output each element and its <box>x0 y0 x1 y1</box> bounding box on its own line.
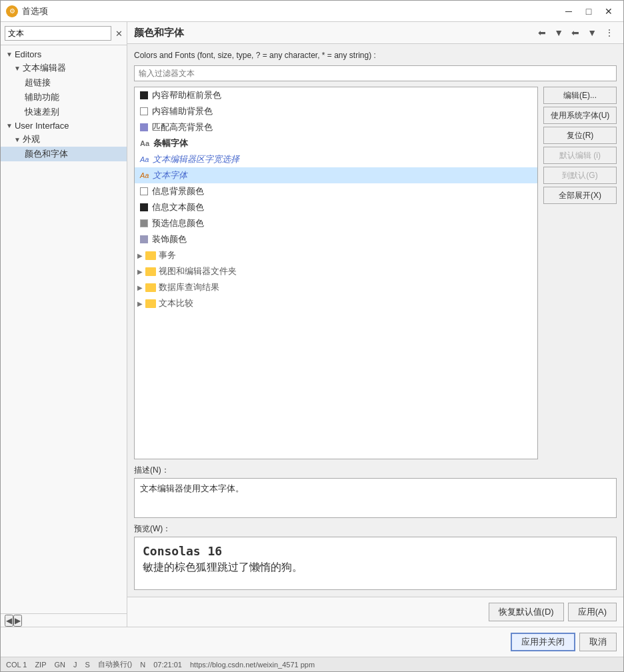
bottom-buttons-bar: 恢复默认值(D) 应用(A) <box>127 597 623 627</box>
dialog-bottom-bar: 应用并关闭 取消 <box>1 627 623 657</box>
search-box: ✕ <box>1 22 127 45</box>
action-buttons: 编辑(E)... 使用系统字体(U) 复位(R) 默认编辑 (i) 到默认(G)… <box>543 87 617 459</box>
status-j: J <box>73 661 77 669</box>
expand-all-button[interactable]: 全部展开(X) <box>543 187 617 204</box>
apply-button[interactable]: 应用(A) <box>568 603 617 621</box>
item-label: 装饰颜色 <box>152 233 187 245</box>
tree-label-colors-fonts: 颜色和字体 <box>25 148 68 160</box>
system-font-button[interactable]: 使用系统字体(U) <box>543 107 617 124</box>
folder-icon <box>145 251 156 260</box>
panel-menu-button[interactable]: ⋮ <box>602 26 617 39</box>
folder-icon <box>145 267 156 276</box>
font-list-box[interactable]: 内容帮助框前景色 内容辅助背景色 匹配高亮背景色 <box>134 87 538 459</box>
color-swatch-purple <box>140 235 148 243</box>
tree-item-user-interface[interactable]: ▼ User Interface <box>1 119 127 132</box>
list-item[interactable]: 匹配高亮背景色 <box>135 119 537 135</box>
go-default-button[interactable]: 到默认(G) <box>543 167 617 184</box>
search-clear-button[interactable]: ✕ <box>114 29 124 39</box>
nav-forward-dropdown[interactable]: ▼ <box>585 26 599 39</box>
color-swatch-gray <box>140 219 148 227</box>
title-bar: ⚙ 首选项 ─ □ ✕ <box>1 1 623 22</box>
expand-row-db[interactable]: ▶ 数据库查询结果 <box>135 279 537 295</box>
description-text: 文本编辑器使用文本字体。 <box>140 483 244 493</box>
description-label: 描述(N)： <box>134 465 617 476</box>
list-item[interactable]: 装饰颜色 <box>135 231 537 247</box>
item-label: 预选信息颜色 <box>152 217 204 229</box>
cancel-button[interactable]: 取消 <box>579 633 617 651</box>
title-bar-buttons: ─ □ ✕ <box>559 4 618 19</box>
window-title: 首选项 <box>22 5 559 17</box>
status-s: S <box>85 661 90 669</box>
default-edit-button[interactable]: 默认编辑 (i) <box>543 147 617 164</box>
tree-item-text-editor[interactable]: ▼ 文本编辑器 <box>1 61 127 75</box>
status-autowrap: 自动换行() <box>98 659 132 669</box>
color-swatch-empty <box>140 107 148 115</box>
item-label: 信息文本颜色 <box>152 201 204 213</box>
status-n: N <box>140 661 145 669</box>
folder-icon <box>145 299 156 308</box>
expand-icon: ▶ <box>137 252 143 259</box>
filter-input-wrap <box>134 65 617 81</box>
list-item[interactable]: 内容帮助框前景色 <box>135 87 537 103</box>
scroll-left-button[interactable]: ◀ <box>5 615 13 627</box>
scroll-right-button[interactable]: ▶ <box>13 615 22 627</box>
nav-back-dropdown[interactable]: ▼ <box>551 26 566 39</box>
color-swatch-black2 <box>140 203 148 211</box>
item-label: 文本编辑器区字宽选择 <box>153 153 239 165</box>
font-list-area: 内容帮助框前景色 内容辅助背景色 匹配高亮背景色 <box>134 87 617 459</box>
tree-item-colors-fonts[interactable]: 颜色和字体 <box>1 147 127 161</box>
expand-label: 数据库查询结果 <box>159 281 219 293</box>
item-label: 内容辅助背景色 <box>152 105 213 117</box>
close-button[interactable]: ✕ <box>599 4 618 19</box>
tree-item-assist[interactable]: 辅助功能 <box>1 90 127 105</box>
tree-item-editors[interactable]: ▼ Editors <box>1 48 127 61</box>
expand-icon: ▶ <box>137 300 143 307</box>
font-indicator: Aa <box>140 139 149 147</box>
list-item-italic-blue[interactable]: Aa 文本编辑器区字宽选择 <box>135 151 537 167</box>
expand-row-text-compare[interactable]: ▶ 文本比较 <box>135 295 537 311</box>
font-indicator: Aa <box>140 155 149 163</box>
maximize-button[interactable]: □ <box>579 4 598 19</box>
tree-item-quick-diff[interactable]: 快速差别 <box>1 105 127 119</box>
status-gn: GN <box>55 661 66 669</box>
panel-header-icons: ⬅ ▼ ⬅ ▼ ⋮ <box>535 26 617 39</box>
description-section: 描述(N)： 文本编辑器使用文本字体。 <box>134 465 617 518</box>
panel-body: Colors and Fonts (font, size, type, ? = … <box>127 44 623 597</box>
tree-arrow-user-interface: ▼ <box>6 122 13 129</box>
tree-label-hyperlink: 超链接 <box>25 77 51 89</box>
expand-label: 文本比较 <box>159 297 193 309</box>
nav-back-button[interactable]: ⬅ <box>535 26 549 39</box>
filter-input[interactable] <box>134 65 617 81</box>
nav-forward-button[interactable]: ⬅ <box>569 26 582 39</box>
tree-item-hyperlink[interactable]: 超链接 <box>1 75 127 90</box>
reset-button[interactable]: 复位(R) <box>543 127 617 144</box>
tree-area: ▼ Editors ▼ 文本编辑器 超链接 辅助功能 快速差别 ▼ <box>1 45 127 613</box>
tree-label-text-editor: 文本编辑器 <box>23 62 66 74</box>
sidebar: ✕ ▼ Editors ▼ 文本编辑器 超链接 辅助功能 <box>1 22 127 627</box>
list-item-bold[interactable]: Aa 条幅字体 <box>135 135 537 151</box>
list-item[interactable]: 预选信息颜色 <box>135 215 537 231</box>
list-item[interactable]: 信息文本颜色 <box>135 199 537 215</box>
minimize-button[interactable]: ─ <box>559 4 578 19</box>
search-input[interactable] <box>5 26 111 41</box>
preview-font-name: Consolas 16 <box>143 544 608 558</box>
status-bar: COL 1 ZIP GN J S 自动换行() N 07:21:01 https… <box>1 657 623 671</box>
expand-row-tasks[interactable]: ▶ 事务 <box>135 247 537 263</box>
folder-icon <box>145 283 156 292</box>
preferences-window: ⚙ 首选项 ─ □ ✕ ✕ ▼ Editors ▼ 文本编 <box>0 0 624 672</box>
tree-arrow-appearance: ▼ <box>14 136 21 143</box>
edit-button[interactable]: 编辑(E)... <box>543 87 617 104</box>
apply-close-button[interactable]: 应用并关闭 <box>511 633 575 651</box>
list-item[interactable]: 内容辅助背景色 <box>135 103 537 119</box>
tree-item-appearance[interactable]: ▼ 外观 <box>1 132 127 147</box>
item-label: 匹配高亮背景色 <box>152 121 213 133</box>
expand-label: 事务 <box>159 249 176 261</box>
color-swatch-black <box>140 91 148 99</box>
expand-row-views[interactable]: ▶ 视图和编辑器文件夹 <box>135 263 537 279</box>
list-item[interactable]: 信息背景颜色 <box>135 183 537 199</box>
panel-header: 颜色和字体 ⬅ ▼ ⬅ ▼ ⋮ <box>127 22 623 44</box>
restore-defaults-button[interactable]: 恢复默认值(D) <box>489 603 564 621</box>
status-zip: ZIP <box>35 661 46 669</box>
list-item-selected[interactable]: Aa 文本字体 <box>135 167 537 183</box>
right-panel: 颜色和字体 ⬅ ▼ ⬅ ▼ ⋮ Colors and Fonts (font, … <box>127 22 623 627</box>
